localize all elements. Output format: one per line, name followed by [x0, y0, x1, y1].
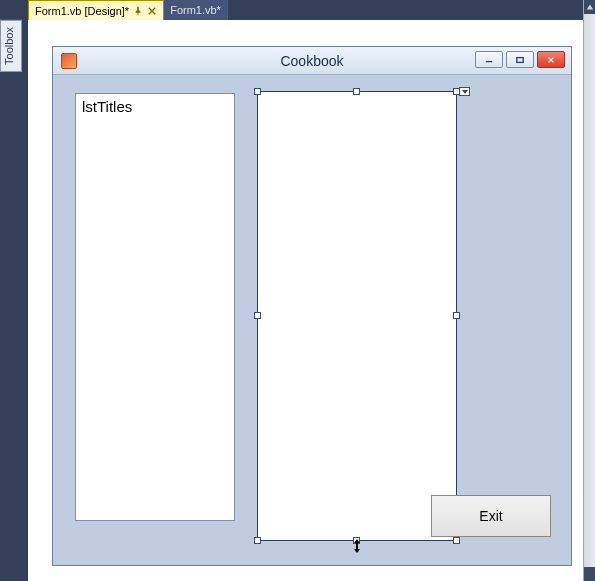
smart-tag-icon[interactable]: [459, 87, 470, 96]
left-tool-dock: Toolbox: [0, 20, 28, 581]
close-icon[interactable]: [147, 6, 157, 16]
form-window[interactable]: Cookbook lstTitles: [52, 46, 572, 566]
scroll-up-icon[interactable]: [584, 0, 595, 14]
resize-handle-sw[interactable]: [254, 537, 261, 544]
listbox-item: lstTitles: [82, 98, 132, 115]
minimize-button[interactable]: [475, 51, 503, 68]
tab-label: Form1.vb*: [170, 4, 221, 16]
lst-titles-listbox[interactable]: lstTitles: [75, 93, 235, 521]
resize-ns-cursor-icon: [350, 539, 364, 556]
tab-form1-code[interactable]: Form1.vb*: [164, 0, 228, 20]
exit-button-label: Exit: [479, 508, 502, 524]
tab-label: Form1.vb [Design]*: [35, 5, 129, 17]
resize-handle-n[interactable]: [353, 88, 360, 95]
scroll-bottom-cap: [584, 567, 595, 581]
resize-handle-e[interactable]: [453, 312, 460, 319]
form-titlebar[interactable]: Cookbook: [53, 47, 571, 75]
tab-form1-design[interactable]: Form1.vb [Design]*: [28, 0, 164, 20]
toolbox-label: Toolbox: [3, 27, 15, 65]
pin-icon[interactable]: [133, 6, 143, 16]
close-button[interactable]: [537, 51, 565, 68]
window-buttons: [475, 51, 565, 68]
exit-button[interactable]: Exit: [431, 495, 551, 537]
form-icon: [61, 53, 77, 69]
toolbox-tab[interactable]: Toolbox: [0, 20, 22, 72]
vertical-scrollbar[interactable]: [583, 0, 595, 581]
svg-rect-1: [517, 57, 523, 62]
document-tab-bar: Form1.vb [Design]* Form1.vb*: [0, 0, 583, 20]
form-client-area[interactable]: lstTitles Exit: [53, 75, 571, 565]
maximize-button[interactable]: [506, 51, 534, 68]
resize-handle-nw[interactable]: [254, 88, 261, 95]
resize-handle-se[interactable]: [453, 537, 460, 544]
selected-control[interactable]: [257, 91, 457, 541]
resize-handle-w[interactable]: [254, 312, 261, 319]
designer-surface[interactable]: Cookbook lstTitles: [28, 20, 583, 581]
